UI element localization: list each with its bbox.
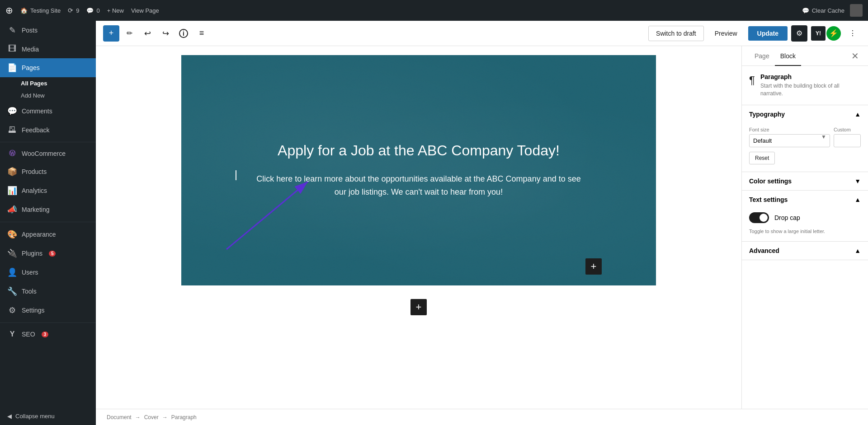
sidebar-subitem-all-pages[interactable]: All Pages <box>21 77 96 89</box>
editor-toolbar: + ✏ ↩ ↪ i ≡ Switch to draft Preview Upda… <box>96 21 868 46</box>
gear-icon: ⚙ <box>796 29 802 37</box>
performance-icon[interactable]: ⚡ <box>826 26 841 41</box>
sidebar-item-marketing[interactable]: 📣 Marketing <box>0 200 96 219</box>
text-cursor <box>236 170 236 180</box>
cover-subtext[interactable]: Click here to learn more about the oppor… <box>251 173 586 199</box>
advanced-collapse-icon: ▲ <box>854 247 861 254</box>
font-size-select[interactable]: Default Small Normal Large Huge <box>749 134 830 147</box>
comments-link[interactable]: 💬 0 <box>86 7 99 14</box>
site-name[interactable]: 🏠 Testing Site <box>20 7 61 14</box>
cover-block[interactable]: Apply for a Job at the ABC Company Today… <box>181 55 656 285</box>
update-button[interactable]: Update <box>748 26 788 41</box>
paragraph-icon: ¶ <box>749 74 755 87</box>
switch-to-draft-button[interactable]: Switch to draft <box>648 26 704 41</box>
bottom-add-block-button[interactable]: + <box>410 299 427 315</box>
color-settings-label: Color settings <box>749 177 792 185</box>
seo-badge: 3 <box>42 332 49 337</box>
woo-icon: Ⓦ <box>7 149 17 158</box>
color-settings-header[interactable]: Color settings ▼ <box>742 172 868 190</box>
revisions-link[interactable]: ⟳ 9 <box>68 7 79 14</box>
feedback-icon: 🗳 <box>7 125 17 135</box>
sidebar-item-seo[interactable]: Y SEO 3 <box>0 326 96 343</box>
tab-block[interactable]: Block <box>775 46 801 66</box>
panel-close-button[interactable]: ✕ <box>849 49 861 63</box>
sidebar-subitem-add-new[interactable]: Add New <box>21 89 96 102</box>
seo-icon: Y <box>7 330 17 338</box>
sidebar-item-appearance[interactable]: 🎨 Appearance <box>0 225 96 244</box>
settings-panel-button[interactable]: ⚙ <box>791 25 807 42</box>
media-icon: 🎞 <box>7 44 17 54</box>
more-options-button[interactable]: ⋮ <box>844 25 861 42</box>
sidebar-item-woocommerce[interactable]: Ⓦ WooCommerce <box>0 145 96 162</box>
block-info: ¶ Paragraph Start with the building bloc… <box>742 66 868 105</box>
breadcrumb-document[interactable]: Document <box>107 414 132 420</box>
admin-avatar[interactable] <box>850 4 863 17</box>
clear-cache-btn[interactable]: 💬 Clear Cache <box>802 7 844 14</box>
text-settings-header[interactable]: Text settings ▲ <box>742 191 868 209</box>
right-panel: Page Block ✕ ¶ Paragraph Start with the … <box>741 46 868 409</box>
sidebar: ✎ Posts 🎞 Media 📄 Pages All Pages Add Ne… <box>0 21 96 425</box>
drop-cap-description: Toggle to show a large initial letter. <box>749 229 861 234</box>
advanced-label: Advanced <box>749 247 779 254</box>
sidebar-item-pages[interactable]: 📄 Pages <box>0 58 96 77</box>
home-icon: 🏠 <box>20 7 28 14</box>
sidebar-item-products[interactable]: 📦 Products <box>0 162 96 181</box>
advanced-section: Advanced ▲ <box>742 242 868 260</box>
typography-header[interactable]: Typography ▲ <box>742 105 868 123</box>
admin-bar: ⊕ 🏠 Testing Site ⟳ 9 💬 0 + New View Page… <box>0 0 868 21</box>
plugins-badge: 5 <box>49 251 56 257</box>
sidebar-item-settings[interactable]: ⚙ Settings <box>0 301 96 320</box>
toolbar-right: Switch to draft Preview Update ⚙ Y! ⚡ ⋮ <box>648 25 861 42</box>
new-link[interactable]: + New <box>107 7 124 14</box>
undo-button[interactable]: ↩ <box>139 25 156 42</box>
preview-button[interactable]: Preview <box>708 26 745 41</box>
advanced-header[interactable]: Advanced ▲ <box>742 242 868 260</box>
custom-size-input[interactable] <box>834 134 861 147</box>
redo-button[interactable]: ↪ <box>157 25 174 42</box>
yoast-icon[interactable]: Y! <box>811 26 826 41</box>
tab-page[interactable]: Page <box>749 46 775 66</box>
drop-cap-toggle[interactable] <box>749 212 769 223</box>
comments-menu-icon: 💬 <box>7 106 17 116</box>
collapse-menu-btn[interactable]: ◀ Collapse menu <box>0 407 96 425</box>
marketing-icon: 📣 <box>7 205 17 215</box>
color-settings-collapse-icon: ▼ <box>854 177 861 185</box>
sidebar-item-analytics[interactable]: 📊 Analytics <box>0 181 96 200</box>
editor-body: Apply for a Job at the ABC Company Today… <box>96 46 868 409</box>
sidebar-item-tools[interactable]: 🔧 Tools <box>0 282 96 301</box>
tools-button[interactable]: ✏ <box>121 25 137 42</box>
sidebar-item-media[interactable]: 🎞 Media <box>0 40 96 58</box>
pages-submenu: All Pages Add New <box>0 77 96 102</box>
main-layout: ✎ Posts 🎞 Media 📄 Pages All Pages Add Ne… <box>0 21 868 425</box>
cover-add-block-button[interactable]: + <box>585 258 602 275</box>
revisions-icon: ⟳ <box>68 7 73 14</box>
view-page-link[interactable]: View Page <box>131 7 159 14</box>
list-view-button[interactable]: ≡ <box>193 25 210 42</box>
custom-input-wrapper: Custom <box>834 127 861 147</box>
plus-icon: + <box>109 28 114 38</box>
cover-headline: Apply for a Job at the ABC Company Today… <box>278 142 560 159</box>
sidebar-item-feedback[interactable]: 🗳 Feedback <box>0 121 96 139</box>
settings-icon: ⚙ <box>7 305 17 315</box>
breadcrumb-sep1: → <box>135 414 141 420</box>
list-icon: ≡ <box>199 28 204 38</box>
wp-logo[interactable]: ⊕ <box>5 5 13 16</box>
sidebar-item-comments[interactable]: 💬 Comments <box>0 102 96 121</box>
text-settings-section: Text settings ▲ Drop cap Toggle to show … <box>742 191 868 242</box>
block-info-button[interactable]: i <box>175 25 192 42</box>
sidebar-item-posts[interactable]: ✎ Posts <box>0 21 96 40</box>
sidebar-item-plugins[interactable]: 🔌 Plugins 5 <box>0 244 96 263</box>
drop-cap-row: Drop cap <box>749 209 861 227</box>
sidebar-item-users[interactable]: 👤 Users <box>0 263 96 282</box>
users-icon: 👤 <box>7 267 17 277</box>
breadcrumb-paragraph[interactable]: Paragraph <box>171 414 197 420</box>
products-icon: 📦 <box>7 167 17 177</box>
redo-icon: ↪ <box>162 28 169 38</box>
reset-button[interactable]: Reset <box>749 152 775 164</box>
font-size-select-wrapper: Font size Default Small Normal Large Hug… <box>749 127 830 147</box>
add-block-button[interactable]: + <box>103 25 119 42</box>
breadcrumb-cover[interactable]: Cover <box>144 414 159 420</box>
editor-canvas[interactable]: Apply for a Job at the ABC Company Today… <box>96 46 741 409</box>
appearance-icon: 🎨 <box>7 229 17 239</box>
plugin-icons: Y! ⚡ <box>811 26 841 41</box>
